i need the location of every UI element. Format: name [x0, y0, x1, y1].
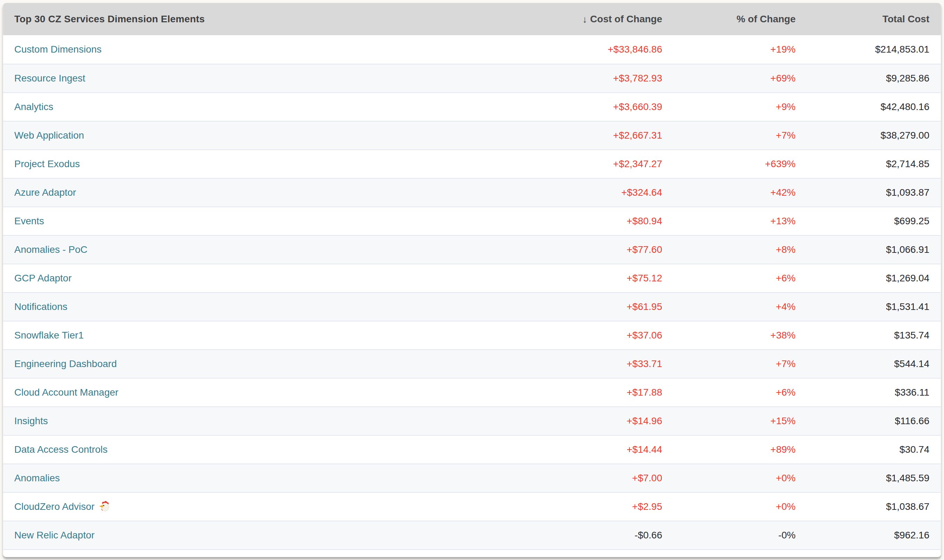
cost-of-change-value: +$3,782.93 — [523, 73, 662, 84]
cost-of-change-value: +$17.88 — [523, 387, 662, 398]
total-cost-value: $30.74 — [796, 444, 929, 455]
dimension-element-link[interactable]: Insights — [14, 415, 48, 427]
total-cost-value: $1,269.04 — [796, 273, 929, 284]
dimension-element-name-cell: Anomalies - PoC — [14, 244, 523, 255]
pct-of-change-value: +42% — [662, 187, 796, 198]
dimension-element-name-cell: Data Access Controls — [14, 444, 523, 455]
dimension-element-link[interactable]: Events — [14, 215, 44, 227]
total-cost-value: $116.66 — [796, 415, 929, 427]
table-header-row: Top 30 CZ Services Dimension Elements ↓C… — [3, 3, 941, 35]
pct-of-change-value: +6% — [662, 273, 796, 284]
column-header-total-cost[interactable]: Total Cost — [796, 14, 929, 25]
table-row: Custom Dimensions +$33,846.86 +19% $214,… — [3, 35, 941, 64]
cost-of-change-value: +$75.12 — [523, 273, 662, 284]
dimension-element-link[interactable]: Analytics — [14, 102, 53, 112]
dimension-element-link[interactable]: Resource Ingest — [14, 73, 85, 84]
pct-of-change-value: +0% — [662, 501, 796, 512]
dimension-element-link[interactable]: Custom Dimensions — [14, 44, 102, 55]
pct-of-change-value: +7% — [662, 130, 796, 141]
table-row: Anomalies +$7.00 +0% $1,485.59 — [3, 463, 941, 492]
cost-of-change-value: +$3,660.39 — [523, 102, 662, 112]
chicken-icon — [99, 501, 111, 512]
dimension-element-link[interactable]: Azure Adaptor — [14, 187, 76, 198]
table-row: Cloud Account Manager +$17.88 +6% $336.1… — [3, 378, 941, 406]
cost-of-change-value: -$0.66 — [523, 530, 662, 541]
cost-of-change-value: +$33.71 — [523, 358, 662, 369]
column-header-total-cost-label: Total Cost — [882, 14, 929, 25]
dimension-element-name-cell: Anomalies — [14, 472, 523, 484]
column-header-cost-of-change[interactable]: ↓Cost of Change — [523, 14, 662, 25]
dimension-element-name-cell: Engineering Dashboard — [14, 358, 523, 369]
table-row: Resource Ingest +$3,782.93 +69% $9,285.8… — [3, 64, 941, 92]
pct-of-change-value: +19% — [662, 44, 796, 55]
dimension-element-name-cell: Snowflake Tier1 — [14, 330, 523, 341]
cost-of-change-value: +$77.60 — [523, 244, 662, 255]
pct-of-change-value: +13% — [662, 215, 796, 227]
column-header-pct-of-change[interactable]: % of Change — [662, 14, 796, 25]
pct-of-change-value: +4% — [662, 301, 796, 312]
table-row: CloudZero Advisor +$2.95 +0% $1,038.67 — [3, 492, 941, 521]
dimension-element-link[interactable]: Cloud Account Manager — [14, 387, 119, 398]
table-row: Snowflake Tier1 +$37.06 +38% $135.74 — [3, 321, 941, 349]
total-cost-value: $214,853.01 — [796, 44, 929, 55]
dimension-element-link[interactable]: Web Application — [14, 130, 84, 141]
dimension-element-link[interactable]: CloudZero Advisor — [14, 501, 94, 512]
dimension-element-link[interactable]: Engineering Dashboard — [14, 358, 117, 369]
cost-of-change-value: +$14.96 — [523, 415, 662, 427]
total-cost-value: $135.74 — [796, 330, 929, 341]
table-row: Web Application +$2,667.31 +7% $38,279.0… — [3, 121, 941, 149]
pct-of-change-value: +69% — [662, 73, 796, 84]
table-title: Top 30 CZ Services Dimension Elements — [14, 14, 523, 25]
total-cost-value: $42,480.16 — [796, 102, 929, 112]
cost-of-change-value: +$324.64 — [523, 187, 662, 198]
dimension-element-link[interactable]: New Relic Adaptor — [14, 530, 94, 541]
dimension-element-name-cell: Azure Adaptor — [14, 187, 523, 198]
total-cost-value: $38,279.00 — [796, 130, 929, 141]
table-row: GCP Adaptor +$75.12 +6% $1,269.04 — [3, 264, 941, 292]
total-cost-value: $1,531.41 — [796, 301, 929, 312]
dimension-element-name-cell: CloudZero Advisor — [14, 501, 523, 512]
dimension-element-link[interactable]: Data Access Controls — [14, 444, 108, 455]
total-cost-value: $1,038.67 — [796, 501, 929, 512]
dimension-element-link[interactable]: Project Exodus — [14, 158, 80, 169]
pct-of-change-value: +639% — [662, 158, 796, 169]
dimension-element-link[interactable]: Anomalies - PoC — [14, 244, 88, 255]
pct-of-change-value: +89% — [662, 444, 796, 455]
cost-of-change-value: +$2,347.27 — [523, 158, 662, 169]
table-row: Project Exodus +$2,347.27 +639% $2,714.8… — [3, 149, 941, 178]
table-row: Analytics +$3,660.39 +9% $42,480.16 — [3, 92, 941, 121]
cost-of-change-value: +$14.44 — [523, 444, 662, 455]
services-dimension-table-card: Top 30 CZ Services Dimension Elements ↓C… — [3, 3, 941, 557]
table-row: Insights +$14.96 +15% $116.66 — [3, 406, 941, 435]
table-row: Data Access Controls +$14.44 +89% $30.74 — [3, 435, 941, 463]
pct-of-change-value: +8% — [662, 244, 796, 255]
pct-of-change-value: +6% — [662, 387, 796, 398]
dimension-element-name-cell: Events — [14, 215, 523, 227]
cost-of-change-value: +$80.94 — [523, 215, 662, 227]
dimension-element-name-cell: Analytics — [14, 102, 523, 112]
cost-of-change-value: +$2,667.31 — [523, 130, 662, 141]
dimension-element-link[interactable]: Snowflake Tier1 — [14, 330, 83, 341]
dimension-element-name-cell: Web Application — [14, 130, 523, 141]
cost-of-change-value: +$2.95 — [523, 501, 662, 512]
total-cost-value: $336.11 — [796, 387, 929, 398]
cost-of-change-value: +$61.95 — [523, 301, 662, 312]
dimension-element-name-cell: GCP Adaptor — [14, 273, 523, 284]
table-row: Events +$80.94 +13% $699.25 — [3, 206, 941, 235]
cost-of-change-value: +$7.00 — [523, 472, 662, 484]
pct-of-change-value: +38% — [662, 330, 796, 341]
total-cost-value: $9,285.86 — [796, 73, 929, 84]
dimension-element-link[interactable]: Anomalies — [14, 472, 60, 484]
pct-of-change-value: +0% — [662, 472, 796, 484]
dimension-element-name-cell: New Relic Adaptor — [14, 530, 523, 541]
total-cost-value: $1,485.59 — [796, 472, 929, 484]
dimension-element-link[interactable]: GCP Adaptor — [14, 273, 71, 284]
dimension-element-name-cell: Resource Ingest — [14, 73, 523, 84]
table-row: New Relic Adaptor -$0.66 -0% $962.16 — [3, 521, 941, 549]
dimension-element-link[interactable]: Notifications — [14, 301, 68, 312]
cost-of-change-value: +$37.06 — [523, 330, 662, 341]
cost-of-change-value: +$33,846.86 — [523, 44, 662, 55]
table-row: Azure Adaptor +$324.64 +42% $1,093.87 — [3, 178, 941, 206]
table-row: Notifications +$61.95 +4% $1,531.41 — [3, 292, 941, 321]
dimension-element-name-cell: Insights — [14, 415, 523, 427]
